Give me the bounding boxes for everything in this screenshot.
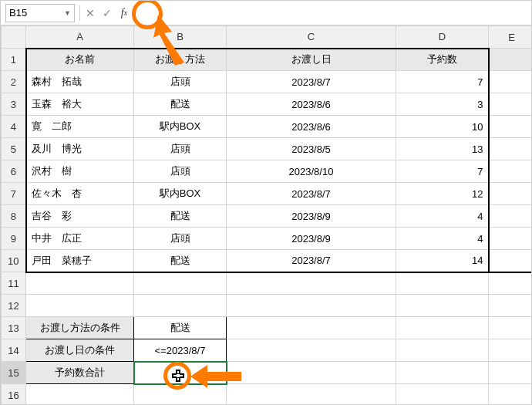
cell[interactable]	[489, 295, 532, 317]
cell[interactable]: 配送	[134, 93, 227, 116]
cell-C1[interactable]: お渡し日	[227, 49, 396, 71]
cell[interactable]: 店頭	[134, 138, 227, 160]
cell[interactable]: 2023/8/6	[227, 93, 396, 116]
cell[interactable]	[227, 384, 396, 406]
cell[interactable]: 2023/8/10	[227, 160, 396, 183]
row-header[interactable]: 13	[2, 317, 26, 339]
cell[interactable]	[396, 272, 489, 295]
row-header[interactable]: 2	[2, 71, 26, 93]
row-header[interactable]: 6	[2, 160, 26, 183]
cell-A14[interactable]: お渡し日の条件	[26, 339, 134, 362]
row-header[interactable]: 11	[2, 272, 26, 295]
row-header[interactable]: 16	[2, 384, 26, 406]
row-header[interactable]: 3	[2, 93, 26, 116]
row-header[interactable]: 7	[2, 183, 26, 205]
cell[interactable]	[489, 317, 532, 339]
cell-B13[interactable]: 配送	[134, 317, 227, 339]
cell[interactable]	[396, 317, 489, 339]
cell[interactable]: 2023/8/7	[227, 71, 396, 93]
cell[interactable]: 14	[396, 250, 489, 272]
cell[interactable]: 沢村 樹	[26, 160, 134, 183]
cell[interactable]: 12	[396, 183, 489, 205]
cell-E1[interactable]	[489, 49, 532, 71]
cell[interactable]	[489, 71, 532, 93]
fx-icon[interactable]: fx	[116, 5, 133, 22]
cell[interactable]	[26, 272, 134, 295]
row-header[interactable]: 1	[2, 49, 26, 71]
cell[interactable]	[396, 384, 489, 406]
cell[interactable]: 店頭	[134, 160, 227, 183]
cell[interactable]: 13	[396, 138, 489, 160]
accept-icon[interactable]: ✓	[99, 5, 116, 22]
cell[interactable]: 店頭	[134, 71, 227, 93]
cell[interactable]	[227, 362, 396, 384]
cell[interactable]: 及川 博光	[26, 138, 134, 160]
row-header[interactable]: 15	[2, 362, 26, 384]
cell-B15-selected[interactable]	[134, 362, 227, 384]
cell[interactable]	[489, 272, 532, 295]
cell[interactable]	[489, 339, 532, 362]
formula-input[interactable]	[133, 4, 531, 22]
cell[interactable]: 2023/8/9	[227, 205, 396, 228]
cell-D1[interactable]: 予約数	[396, 49, 489, 71]
cell[interactable]: 森村 拓哉	[26, 71, 134, 93]
cell[interactable]: 駅内BOX	[134, 183, 227, 205]
cell[interactable]: 吉谷 彩	[26, 205, 134, 228]
cell[interactable]: 2023/8/7	[227, 250, 396, 272]
cell-A13[interactable]: お渡し方法の条件	[26, 317, 134, 339]
cell[interactable]: 中井 広正	[26, 228, 134, 250]
row-header[interactable]: 4	[2, 116, 26, 138]
cell[interactable]: 2023/8/5	[227, 138, 396, 160]
cell[interactable]	[489, 250, 532, 272]
name-box[interactable]: B15 ▼	[5, 4, 75, 22]
cell[interactable]	[489, 138, 532, 160]
row-header[interactable]: 14	[2, 339, 26, 362]
col-header-C[interactable]: C	[227, 26, 396, 49]
col-header-A[interactable]: A	[26, 26, 134, 49]
cell[interactable]: 2023/8/7	[227, 183, 396, 205]
cell[interactable]	[396, 339, 489, 362]
cell[interactable]	[134, 272, 227, 295]
select-all-corner[interactable]	[2, 26, 26, 49]
cell[interactable]	[134, 384, 227, 406]
cell[interactable]	[489, 116, 532, 138]
col-header-D[interactable]: D	[396, 26, 489, 49]
cell[interactable]: 10	[396, 116, 489, 138]
cell[interactable]	[134, 295, 227, 317]
cell[interactable]: 3	[396, 93, 489, 116]
cell[interactable]	[489, 228, 532, 250]
cell[interactable]	[489, 93, 532, 116]
cell[interactable]	[227, 339, 396, 362]
cell[interactable]: 7	[396, 160, 489, 183]
cell-B1[interactable]: お渡し方法	[134, 49, 227, 71]
cell[interactable]: 2023/8/6	[227, 116, 396, 138]
cell[interactable]: 寛 二郎	[26, 116, 134, 138]
cell[interactable]	[396, 295, 489, 317]
cell[interactable]: 7	[396, 71, 489, 93]
cell[interactable]: 4	[396, 205, 489, 228]
cell[interactable]	[489, 362, 532, 384]
cell-A1[interactable]: お名前	[26, 49, 134, 71]
row-header[interactable]: 9	[2, 228, 26, 250]
cell[interactable]	[489, 384, 532, 406]
cell[interactable]: 佐々木 杏	[26, 183, 134, 205]
cell[interactable]: 戸田 菜穂子	[26, 250, 134, 272]
row-header[interactable]: 5	[2, 138, 26, 160]
cell[interactable]: 配送	[134, 250, 227, 272]
cell[interactable]	[489, 205, 532, 228]
cell[interactable]	[396, 362, 489, 384]
cell-A15[interactable]: 予約数合計	[26, 362, 134, 384]
row-header[interactable]: 10	[2, 250, 26, 272]
cell[interactable]	[26, 295, 134, 317]
cell[interactable]	[227, 272, 396, 295]
cell[interactable]: 駅内BOX	[134, 116, 227, 138]
cell[interactable]: 2023/8/9	[227, 228, 396, 250]
row-header[interactable]: 8	[2, 205, 26, 228]
cell[interactable]: 4	[396, 228, 489, 250]
spreadsheet-grid[interactable]: A B C D E 1 お名前 お渡し方法 お渡し日 予約数 2 森村 拓哉 店…	[1, 25, 531, 405]
cell-B14[interactable]: <=2023/8/7	[134, 339, 227, 362]
col-header-B[interactable]: B	[134, 26, 227, 49]
cell[interactable]	[26, 384, 134, 406]
row-header[interactable]: 12	[2, 295, 26, 317]
cell[interactable]	[227, 295, 396, 317]
